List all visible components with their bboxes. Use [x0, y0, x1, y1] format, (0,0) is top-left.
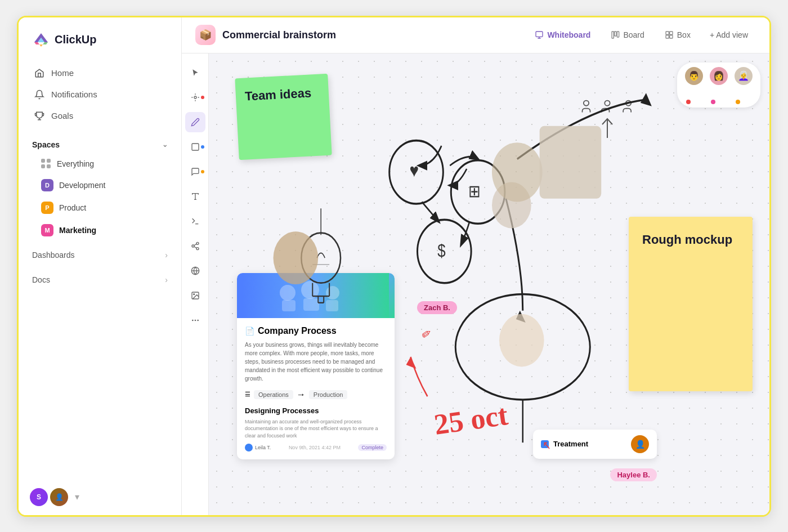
- task-card-body: 📄 Company Process As your business grows…: [237, 318, 395, 460]
- svg-point-16: [196, 242, 199, 244]
- svg-rect-32: [282, 300, 296, 311]
- add-view-button[interactable]: + Add view: [702, 26, 756, 44]
- svg-point-36: [605, 100, 610, 105]
- nav-goals[interactable]: Goals: [28, 105, 172, 127]
- svg-rect-6: [612, 32, 614, 38]
- dev-dot: D: [41, 179, 53, 191]
- svg-rect-9: [666, 32, 669, 34]
- svg-rect-5: [536, 32, 543, 37]
- flow-icon: ☰: [245, 391, 250, 398]
- svg-rect-7: [615, 32, 616, 36]
- svg-point-27: [197, 319, 199, 321]
- task-card-footer: Maintaining an accurate and well-organiz…: [245, 418, 387, 440]
- svg-rect-34: [326, 300, 338, 311]
- svg-point-30: [301, 281, 319, 299]
- grid-icon: [41, 159, 51, 169]
- collab-dot-2: [711, 100, 715, 104]
- svg-point-40: [451, 160, 505, 223]
- sticky-note-yellow[interactable]: Rough mockup: [629, 217, 753, 391]
- task-card-subtitle: Designing Processes: [245, 406, 387, 415]
- space-product[interactable]: P Product: [28, 196, 172, 219]
- treatment-color-icon: [541, 440, 549, 448]
- svg-point-49: [499, 314, 544, 366]
- tool-network[interactable]: [185, 236, 205, 256]
- task-card[interactable]: 📄 Company Process As your business grows…: [237, 273, 395, 460]
- tab-box[interactable]: Box: [656, 26, 700, 44]
- trophy-icon: [34, 111, 44, 121]
- svg-rect-8: [617, 32, 619, 37]
- svg-line-19: [194, 247, 196, 248]
- tool-more[interactable]: [185, 310, 205, 330]
- tool-rect-dot: [201, 145, 204, 149]
- board-tab-icon: [611, 30, 620, 39]
- tool-note[interactable]: [185, 162, 205, 182]
- svg-point-18: [196, 247, 199, 249]
- treatment-avatar: 👤: [631, 435, 649, 453]
- spaces-header: Spaces ⌄: [19, 131, 181, 154]
- topbar-tabs: Whiteboard Board Box + Add view: [526, 26, 756, 44]
- tool-text[interactable]: [185, 186, 205, 207]
- space-development[interactable]: D Development: [28, 174, 172, 196]
- docs-link[interactable]: Docs ›: [19, 269, 181, 291]
- home-icon: [34, 68, 44, 78]
- tool-globe[interactable]: [185, 261, 205, 281]
- collaborators-panel: 👨 👩 👩‍🦳: [677, 62, 760, 108]
- nav-home[interactable]: Home: [28, 62, 172, 84]
- flow-arrow: →: [297, 390, 306, 400]
- svg-text:♥: ♥: [410, 159, 419, 180]
- svg-point-35: [584, 100, 589, 105]
- logo-area: ClickUp: [19, 17, 181, 58]
- treatment-card[interactable]: Treatment 👤: [533, 430, 657, 459]
- spaces-chevron[interactable]: ⌄: [162, 141, 168, 149]
- sticky-note-green[interactable]: Team ideas: [235, 73, 332, 159]
- svg-point-24: [193, 293, 194, 294]
- svg-rect-12: [669, 35, 672, 38]
- meta-avatar: [245, 444, 253, 451]
- collab-avatar-3: 👩‍🦳: [733, 66, 754, 86]
- dropdown-arrow[interactable]: ▾: [75, 491, 79, 502]
- whiteboard-area: 👨 👩 👩‍🦳 Team ideas: [182, 53, 769, 515]
- project-icon: 📦: [195, 25, 216, 45]
- dashboards-link[interactable]: Dashboards ›: [19, 244, 181, 266]
- canvas[interactable]: 👨 👩 👩‍🦳 Team ideas: [209, 53, 769, 515]
- tool-rectangle[interactable]: [185, 137, 205, 157]
- user-tag-haylee: Haylee B.: [610, 468, 657, 481]
- user-avatars: S 👤: [30, 488, 68, 506]
- space-everything[interactable]: Everything: [28, 154, 172, 174]
- svg-marker-2: [34, 42, 39, 44]
- svg-text:$: $: [437, 240, 446, 260]
- svg-point-29: [280, 285, 296, 301]
- task-card-meta: Leila T. Nov 9th, 2021 4:42 PM Complete: [245, 444, 387, 451]
- topbar: 📦 Commercial brainstorm Whiteboard Board…: [182, 17, 769, 53]
- tab-whiteboard[interactable]: Whiteboard: [526, 26, 599, 44]
- tool-connector[interactable]: [185, 211, 205, 231]
- collab-dot-3: [736, 100, 740, 104]
- svg-marker-45: [641, 93, 652, 106]
- task-card-image: [237, 273, 395, 318]
- app-container: ClickUp Home Notifications Goals Spaces …: [17, 16, 771, 517]
- tool-shapes[interactable]: [185, 87, 205, 108]
- whiteboard-tab-icon: [535, 30, 544, 39]
- svg-point-13: [194, 96, 196, 99]
- svg-point-47: [455, 294, 590, 399]
- collab-avatar-1: 👨: [684, 66, 704, 86]
- sidebar: ClickUp Home Notifications Goals Spaces …: [19, 17, 182, 515]
- meta-badge: Complete: [358, 444, 387, 451]
- nav-notifications[interactable]: Notifications: [28, 84, 172, 105]
- box-tab-icon: [665, 30, 674, 39]
- svg-point-26: [194, 319, 196, 321]
- dashboards-chevron: ›: [165, 251, 168, 260]
- svg-marker-62: [406, 356, 417, 368]
- tool-pencil[interactable]: [185, 112, 205, 132]
- meta-date: Nov 9th, 2021 4:42 PM: [289, 445, 341, 450]
- docs-chevron: ›: [165, 275, 168, 284]
- topbar-left: 📦 Commercial brainstorm: [195, 25, 526, 45]
- avatar-user2: 👤: [50, 488, 68, 506]
- app-name: ClickUp: [55, 33, 96, 46]
- flow-from: Operations: [254, 390, 293, 399]
- tool-image[interactable]: [185, 285, 205, 306]
- task-card-description: As your business grows, things will inev…: [245, 341, 387, 383]
- tab-board[interactable]: Board: [602, 26, 653, 44]
- space-marketing[interactable]: M Marketing: [28, 219, 172, 242]
- tool-cursor[interactable]: [185, 62, 205, 83]
